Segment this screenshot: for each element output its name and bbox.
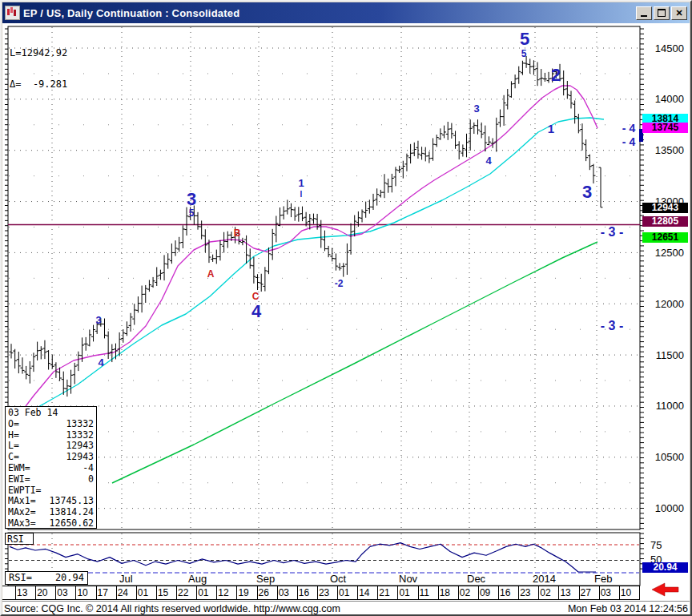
info-row-label: EWI= <box>8 474 30 485</box>
rsi-readout-box: RSI= 20.94 <box>5 571 88 585</box>
info-row: H=13332 <box>8 430 94 441</box>
info-row-value: 12650.62 <box>50 518 94 529</box>
date-axis-corner <box>2 586 16 599</box>
info-row-value: 13745.13 <box>50 496 94 507</box>
info-row-value: 13332 <box>66 419 94 430</box>
net-change-label: Δ= -9.281 <box>10 79 67 90</box>
date-axis-cell: 27 <box>580 586 600 599</box>
elliott-wave-label: 1 <box>548 123 554 135</box>
date-axis-cell: 10 <box>620 586 640 599</box>
info-row-label: EWM= <box>8 463 30 474</box>
date-axis-cell: 03 <box>600 586 620 599</box>
rsi-readout-label: RSI= <box>9 572 32 584</box>
date-axis-cell: 20 <box>36 586 56 599</box>
info-row: C=12943 <box>8 452 94 463</box>
price-axis-label: 10000 <box>647 502 684 514</box>
info-row: O=13332 <box>8 419 94 430</box>
elliott-wave-label: 3 <box>582 183 592 201</box>
elliott-wave-label: 5 <box>189 208 195 218</box>
minimize-icon <box>641 15 647 17</box>
date-axis-cell: 13 <box>559 586 579 599</box>
date-axis-cell: 19 <box>237 586 257 599</box>
date-axis-cell: 03 <box>278 586 298 599</box>
date-axis-cell: 26 <box>258 586 278 599</box>
date-axis-cell: 11 <box>419 586 439 599</box>
info-row-label: C= <box>8 452 19 463</box>
date-axis-cell: 09 <box>479 586 499 599</box>
info-row-label: H= <box>8 430 19 441</box>
info-row-label: L= <box>8 441 19 452</box>
info-row: MAx2=13814.24 <box>8 507 94 518</box>
elliott-wave-label: B <box>234 228 241 238</box>
elliott-wave-label: 3 <box>473 103 479 114</box>
ohlc-info-box: 03 Feb 14 O=13332H=13332L=12943C=12943EW… <box>5 406 97 529</box>
maximize-icon <box>658 9 666 17</box>
price-badge: 12943 <box>642 203 688 213</box>
quote-overlay: L=12942.92 Δ= -9.281 <box>10 27 67 111</box>
app-icon <box>5 6 20 20</box>
date-axis-cell: 21 <box>378 586 398 599</box>
date-axis-cell: 16 <box>499 586 519 599</box>
info-row: L=12943 <box>8 441 94 452</box>
month-axis-label: 2014 <box>533 573 556 585</box>
date-axis-cell: 18 <box>439 586 459 599</box>
status-clock: Mon Feb 03 2014 12:24:56 <box>568 603 688 614</box>
info-row: EWM=-4 <box>8 463 94 474</box>
info-row: EWPTI= <box>8 485 94 497</box>
elliott-wave-label: 3 <box>187 191 196 208</box>
date-axis-cell: 01 <box>338 586 358 599</box>
rsi-scale-label: 75 <box>650 539 674 551</box>
close-button[interactable]: ✕ <box>671 6 687 20</box>
month-axis-label: Sep <box>256 573 275 585</box>
elliott-wave-label: -2 <box>335 279 344 288</box>
info-date: 03 Feb 14 <box>8 408 94 419</box>
elliott-wave-label: 4 <box>98 357 103 368</box>
month-axis-label: Dec <box>467 573 485 585</box>
date-axis-cell: 13 <box>16 586 36 599</box>
rsi-value-badge: 20.94 <box>642 562 688 573</box>
price-axis-label: 11500 <box>647 349 684 361</box>
elliott-wave-label: - 4 <box>622 136 635 147</box>
elliott-wave-label: 1 <box>298 178 304 188</box>
elliott-wave-label: - 3 - <box>601 320 623 332</box>
info-row-value: 12943 <box>66 452 94 463</box>
price-badge: 12805 <box>642 216 688 227</box>
info-row-label: MAx2= <box>8 507 36 518</box>
price-chart-svg <box>2 2 692 601</box>
title-bar[interactable]: EP / US, Daily Continuation : Consolidat… <box>2 2 690 23</box>
info-row-label: O= <box>8 419 19 430</box>
month-axis-label: Aug <box>188 573 207 585</box>
elliott-wave-label: 2 <box>551 66 561 84</box>
date-axis-cell: 17 <box>97 586 117 599</box>
window-title: EP / US, Daily Continuation : Consolidat… <box>23 7 239 19</box>
info-row: EWI=0 <box>8 474 94 485</box>
scroll-to-latest-arrow-icon[interactable] <box>652 583 678 596</box>
maximize-button[interactable] <box>654 6 670 20</box>
elliott-wave-label: 5 <box>521 49 527 58</box>
price-axis-label: 13500 <box>647 144 684 156</box>
date-axis-cell: 15 <box>157 586 177 599</box>
info-row-value: 12943 <box>66 441 94 452</box>
last-price-label: L=12942.92 <box>10 48 67 58</box>
status-source-text: Source: CQG Inc. © 2014 All rights reser… <box>4 603 340 614</box>
elliott-wave-label: 4 <box>485 155 491 166</box>
price-axis-label: 14000 <box>647 93 684 105</box>
elliott-wave-label: - 4 <box>622 123 635 134</box>
price-badge: 12651 <box>642 232 688 243</box>
date-axis-cell: 03 <box>56 586 76 599</box>
minimize-button[interactable] <box>636 6 652 20</box>
price-axis-label: 12500 <box>647 247 684 259</box>
month-axis-label: Feb <box>594 573 612 585</box>
info-row-value: -4 <box>82 463 94 474</box>
elliott-wave-label: C <box>252 292 260 301</box>
date-axis-cell: 01 <box>398 586 418 599</box>
info-row-value: 13814.24 <box>50 507 94 518</box>
date-axis-cell: 22 <box>177 586 197 599</box>
month-axis-label: Nov <box>399 573 417 585</box>
price-axis-label: 11000 <box>647 400 684 412</box>
elliott-wave-label: - 3 - <box>601 226 623 239</box>
app-window: EP / US, Daily Continuation : Consolidat… <box>0 0 692 616</box>
info-row-label: EWPTI= <box>8 485 42 497</box>
month-axis-label: Oct <box>330 573 346 585</box>
price-axis-label: 12000 <box>647 298 684 310</box>
